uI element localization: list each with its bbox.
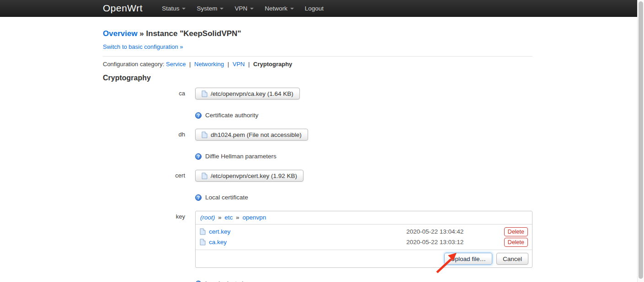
file-icon — [200, 239, 206, 245]
file-browser-footer: Upload file… Cancel — [196, 250, 532, 267]
file-browser-breadcrumb: (root) » etc » openvpn — [196, 211, 532, 225]
dh-description-text: Diffie Hellman parameters — [205, 153, 277, 160]
file-modified-time: 2020-05-22 13:04:42 — [406, 228, 504, 235]
category-separator: | — [187, 61, 192, 68]
dh-description: ? Diffie Hellman parameters — [195, 153, 532, 160]
category-active-cryptography: Cryptography — [253, 61, 292, 68]
file-row: ca.key 2020-05-22 13:03:12 Delete — [196, 237, 532, 247]
breadcrumb-openvpn-link[interactable]: openvpn — [242, 214, 266, 221]
file-link-certkey[interactable]: cert.key — [209, 228, 230, 235]
help-icon: ? — [195, 112, 202, 119]
scrollbar-thumb[interactable] — [639, 1, 643, 279]
file-icon — [202, 131, 208, 138]
section-heading: Cryptography — [103, 74, 532, 82]
file-row: cert.key 2020-05-22 13:04:42 Delete — [196, 226, 532, 237]
nav-item-vpn[interactable]: VPN — [229, 0, 259, 17]
file-icon — [200, 228, 206, 235]
ca-description-text: Certificate authority — [205, 112, 258, 119]
cert-description-text: Local certificate — [205, 194, 248, 201]
nav-item-label: Status — [162, 5, 179, 12]
category-link-networking[interactable]: Networking — [194, 61, 224, 68]
chevron-down-icon — [220, 8, 224, 10]
delete-certkey-button[interactable]: Delete — [504, 227, 528, 236]
field-label-key: key — [103, 211, 185, 282]
breadcrumb-root-link[interactable]: (root) — [200, 214, 215, 221]
page-title: Overview » Instance "KeepSolidVPN" — [103, 29, 532, 38]
navbar-menu: Status System VPN Network Logout — [156, 0, 329, 17]
title-separator: » — [139, 29, 144, 38]
overview-breadcrumb-link[interactable]: Overview — [103, 29, 138, 38]
delete-cakey-button[interactable]: Delete — [504, 238, 528, 247]
cert-description: ? Local certificate — [195, 194, 532, 201]
chevron-down-icon — [250, 8, 254, 10]
nav-item-system[interactable]: System — [191, 0, 229, 17]
configuration-category: Configuration category: Service | Networ… — [103, 61, 532, 68]
chevron-down-icon — [182, 8, 186, 10]
field-key: key (root) » etc » openvpn — [103, 211, 532, 282]
dh-file-button[interactable]: dh1024.pem (File not accessible) — [195, 129, 308, 141]
top-navbar: OpenWrt Status System VPN Network Logout — [0, 0, 637, 17]
dh-file-button-label: dh1024.pem (File not accessible) — [211, 131, 302, 138]
chevron-down-icon — [290, 8, 294, 10]
field-ca: ca /etc/openvpn/ca.key (1.64 KB) ? Certi… — [103, 88, 532, 119]
nav-item-network[interactable]: Network — [259, 0, 299, 17]
cert-file-button-label: /etc/openvpn/cert.key (1.92 KB) — [211, 172, 297, 179]
cert-file-button[interactable]: /etc/openvpn/cert.key (1.92 KB) — [195, 170, 303, 182]
openwrt-brand[interactable]: OpenWrt — [103, 3, 143, 14]
file-list: cert.key 2020-05-22 13:04:42 Delete — [196, 225, 532, 250]
divider — [103, 56, 532, 57]
annotation-arrow — [432, 250, 460, 274]
ca-file-button[interactable]: /etc/openvpn/ca.key (1.64 KB) — [195, 88, 300, 99]
category-separator: | — [246, 61, 251, 68]
main-content: Overview » Instance "KeepSolidVPN" Switc… — [103, 17, 532, 282]
cryptography-form: ca /etc/openvpn/ca.key (1.64 KB) ? Certi… — [103, 88, 532, 282]
ca-description: ? Certificate authority — [195, 112, 532, 119]
file-icon — [202, 90, 208, 97]
nav-item-status[interactable]: Status — [156, 0, 191, 17]
category-separator: | — [226, 61, 231, 68]
field-label-dh: dh — [103, 129, 185, 160]
field-label-ca: ca — [103, 88, 185, 119]
nav-item-label: System — [197, 5, 217, 12]
file-browser-panel: (root) » etc » openvpn — [195, 211, 532, 268]
field-label-cert: cert — [103, 170, 185, 201]
nav-item-label: VPN — [234, 5, 247, 12]
key-description-text: Local private key — [205, 280, 251, 282]
help-icon: ? — [195, 194, 202, 201]
cancel-button[interactable]: Cancel — [496, 253, 528, 265]
switch-basic-config-link[interactable]: Switch to basic configuration » — [103, 43, 183, 50]
breadcrumb-separator: » — [217, 214, 223, 221]
nav-item-label: Logout — [305, 5, 324, 12]
breadcrumb-etc-link[interactable]: etc — [224, 214, 233, 221]
field-cert: cert /etc/openvpn/cert.key (1.92 KB) ? L… — [103, 170, 532, 201]
file-link-cakey[interactable]: ca.key — [209, 239, 227, 245]
category-link-service[interactable]: Service — [166, 61, 186, 68]
breadcrumb-separator: » — [234, 214, 241, 221]
help-icon: ? — [195, 281, 202, 282]
ca-file-button-label: /etc/openvpn/ca.key (1.64 KB) — [211, 90, 293, 97]
nav-item-logout[interactable]: Logout — [299, 0, 329, 17]
help-icon: ? — [195, 153, 202, 160]
field-dh: dh dh1024.pem (File not accessible) ? Di… — [103, 129, 532, 160]
instance-title: Instance "KeepSolidVPN" — [146, 29, 241, 38]
category-label: Configuration category: — [103, 61, 164, 68]
nav-item-label: Network — [265, 5, 287, 12]
file-icon — [202, 172, 208, 179]
vertical-scrollbar[interactable] — [637, 0, 644, 282]
category-link-vpn[interactable]: VPN — [233, 61, 245, 68]
file-modified-time: 2020-05-22 13:03:12 — [406, 239, 504, 245]
key-description: ? Local private key — [195, 280, 532, 282]
